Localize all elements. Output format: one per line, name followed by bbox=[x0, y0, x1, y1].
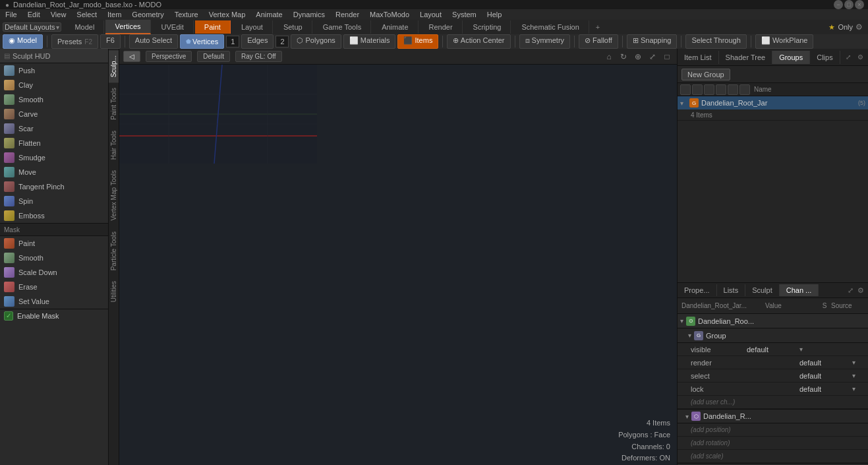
vert-tab-sculpt[interactable]: Sculp... bbox=[109, 50, 119, 82]
vp-rotate-icon[interactable]: ↻ bbox=[618, 51, 629, 63]
materials-button[interactable]: ⬜ Materials bbox=[343, 34, 396, 49]
snapping-button[interactable]: ⊞ Snapping bbox=[627, 34, 678, 49]
vp-raygl-button[interactable]: Ray GL: Off bbox=[235, 51, 282, 62]
add-tab-button[interactable]: + bbox=[591, 20, 605, 34]
rtab-itemlist[interactable]: Item List bbox=[678, 51, 719, 64]
prop-add-scale-row[interactable]: (add scale) bbox=[678, 450, 868, 463]
tree-root-row[interactable]: ▾ ⊙ Dandelian_Roo... bbox=[678, 314, 868, 328]
polygons-button[interactable]: ⬡ Polygons bbox=[291, 34, 341, 49]
close-button[interactable]: × bbox=[855, 0, 864, 9]
group-expand-arrow[interactable]: ▾ bbox=[680, 100, 687, 107]
presets-f2-button[interactable]: PresetsF2 bbox=[51, 34, 98, 49]
group-row-main[interactable]: ▾ G Dandelian_Root_Jar (5) bbox=[678, 96, 868, 110]
tool-scaledown[interactable]: Scale Down bbox=[0, 265, 108, 280]
group-section-expand[interactable]: ▾ bbox=[688, 332, 691, 339]
ptab-prope[interactable]: Prope... bbox=[678, 284, 717, 296]
vp-back-button[interactable]: ◁ bbox=[123, 51, 140, 62]
prop-select-dd[interactable]: ▾ bbox=[852, 372, 865, 379]
tool-move[interactable]: Move bbox=[0, 165, 108, 179]
groups-icon3[interactable] bbox=[704, 84, 714, 95]
workplane-button[interactable]: ⬜ WorkPlane bbox=[755, 34, 814, 49]
tab-schematic[interactable]: Schematic Fusion bbox=[512, 20, 589, 34]
prop-add-rot-row[interactable]: (add rotation) bbox=[678, 437, 868, 450]
menu-vertexmap[interactable]: Vertex Map bbox=[204, 9, 251, 20]
edges-button[interactable]: Edges bbox=[241, 34, 274, 49]
tool-setvalue[interactable]: Set Value bbox=[0, 294, 108, 309]
prop-add-pos-row[interactable]: (add position) bbox=[678, 423, 868, 437]
menu-help[interactable]: Help bbox=[482, 9, 507, 20]
rtab-shadertree[interactable]: Shader Tree bbox=[719, 51, 773, 64]
layouts-dropdown-icon[interactable]: ▾ bbox=[56, 24, 59, 31]
prop-lock-row[interactable]: lock default ▾ bbox=[678, 383, 868, 396]
tool-clay[interactable]: Clay bbox=[0, 78, 108, 92]
prop-add-user-row[interactable]: (add user ch...) bbox=[678, 396, 868, 409]
new-group-button[interactable]: New Group bbox=[681, 69, 730, 80]
menu-maxtomodo[interactable]: MaxToModo bbox=[364, 9, 415, 20]
tool-flatten[interactable]: Flatten bbox=[0, 136, 108, 150]
menu-system[interactable]: System bbox=[447, 9, 482, 20]
vert-tab-utilities[interactable]: Utilities bbox=[109, 276, 119, 307]
tool-spin[interactable]: Spin bbox=[0, 194, 108, 208]
vertices-button[interactable]: ⬟Vertices bbox=[180, 34, 224, 49]
ptab-sculpt[interactable]: Sculpt bbox=[745, 284, 780, 296]
menu-animate[interactable]: Animate bbox=[250, 9, 287, 20]
items-button[interactable]: ⬛ Items bbox=[397, 34, 438, 49]
tool-paint-mask[interactable]: Paint bbox=[0, 236, 108, 251]
tool-smooth2[interactable]: Smooth bbox=[0, 251, 108, 265]
rtab-clips[interactable]: Clips bbox=[810, 51, 840, 64]
menu-view[interactable]: View bbox=[45, 9, 72, 20]
select-through-button[interactable]: Select Through bbox=[685, 34, 746, 49]
prop-visible-row[interactable]: visible default ▾ bbox=[678, 343, 868, 356]
menu-edit[interactable]: Edit bbox=[22, 9, 45, 20]
groups-icon4[interactable] bbox=[716, 84, 726, 95]
prop-lock-dd[interactable]: ▾ bbox=[852, 385, 865, 392]
ptab-chan[interactable]: Chan ... bbox=[780, 284, 819, 296]
enable-mask-row[interactable]: ✓ Enable Mask bbox=[0, 309, 108, 322]
tab-uvedit[interactable]: UVEdit bbox=[152, 20, 194, 34]
vp-maximize-icon[interactable]: □ bbox=[661, 51, 673, 63]
minimize-button[interactable]: − bbox=[834, 0, 843, 9]
vert-tab-particle[interactable]: Particle Tools bbox=[109, 226, 119, 276]
rtab-expand-icon[interactable]: ⤢ bbox=[843, 52, 854, 63]
tab-gametools[interactable]: Game Tools bbox=[314, 20, 372, 34]
prop-render-dd[interactable]: ▾ bbox=[852, 359, 865, 366]
groups-icon2[interactable] bbox=[692, 84, 703, 95]
enable-mask-checkbox[interactable]: ✓ bbox=[4, 311, 13, 321]
tab-render[interactable]: Render bbox=[420, 20, 463, 34]
tool-tangentpinch[interactable]: Tangent Pinch bbox=[0, 179, 108, 194]
rtab-groups[interactable]: Groups bbox=[772, 51, 810, 64]
tool-emboss[interactable]: Emboss bbox=[0, 208, 108, 223]
tool-smooth[interactable]: Smooth bbox=[0, 92, 108, 107]
prop-render-row[interactable]: render default ▾ bbox=[678, 356, 868, 369]
tab-topology[interactable]: Vertices bbox=[105, 20, 150, 34]
symmetry-button[interactable]: ⧈ Symmetry bbox=[519, 34, 571, 49]
vp-zoom-icon[interactable]: ⊕ bbox=[632, 51, 644, 63]
group-section-row[interactable]: ▾ G Group bbox=[678, 328, 868, 343]
tab-animate[interactable]: Animate bbox=[372, 20, 418, 34]
viewport-canvas[interactable]: X Y Z 4 Items Polygons : Face Channels: … bbox=[119, 65, 677, 465]
rtab-settings-icon[interactable]: ⚙ bbox=[855, 52, 865, 63]
ptab-settings-icon[interactable]: ⚙ bbox=[856, 286, 865, 295]
prop-visible-dd[interactable]: ▾ bbox=[799, 346, 813, 353]
tab-paint[interactable]: Paint bbox=[195, 20, 231, 34]
tab-layout[interactable]: Layout bbox=[232, 20, 273, 34]
menu-render[interactable]: Render bbox=[330, 9, 364, 20]
tab-model[interactable]: Model bbox=[65, 20, 104, 34]
dandelian-r-expand[interactable]: ▾ bbox=[685, 413, 689, 420]
tab-scripting[interactable]: Scripting bbox=[464, 20, 511, 34]
groups-icon5[interactable] bbox=[728, 84, 738, 95]
vert-tab-vertexmap[interactable]: Vertex Map Tools bbox=[109, 165, 119, 226]
vert-tab-paint[interactable]: Paint Tools bbox=[109, 82, 119, 125]
groups-icon1[interactable] bbox=[680, 84, 691, 95]
tool-smudge[interactable]: Smudge bbox=[0, 150, 108, 165]
vp-default-button[interactable]: Default bbox=[197, 51, 230, 62]
f6-button[interactable]: F6 bbox=[100, 34, 121, 49]
menu-item[interactable]: Item bbox=[102, 9, 127, 20]
vp-perspective-button[interactable]: Perspective bbox=[146, 51, 192, 62]
menu-texture[interactable]: Texture bbox=[169, 9, 204, 20]
tab-setup[interactable]: Setup bbox=[274, 20, 312, 34]
vp-expand-icon[interactable]: ⤢ bbox=[647, 51, 658, 63]
menu-select[interactable]: Select bbox=[71, 9, 102, 20]
viewport[interactable]: ◁ Perspective Default Ray GL: Off ⌂ ↻ ⊕ … bbox=[119, 49, 677, 465]
menu-layout[interactable]: Layout bbox=[415, 9, 447, 20]
